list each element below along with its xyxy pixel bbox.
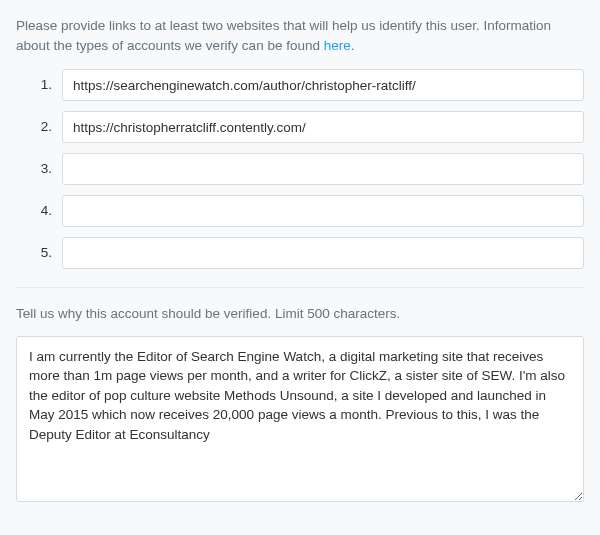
link-inputs-group: 1. 2. 3. 4. 5. — [16, 69, 584, 269]
link-row: 1. — [32, 69, 584, 101]
link-row: 5. — [32, 237, 584, 269]
instructions-before: Please provide links to at least two web… — [16, 18, 551, 53]
link-row-number: 5. — [32, 243, 52, 263]
link-row-number: 3. — [32, 159, 52, 179]
why-label: Tell us why this account should be verif… — [16, 304, 584, 324]
why-textarea[interactable] — [16, 336, 584, 502]
form-panel: Please provide links to at least two web… — [0, 0, 600, 535]
link-row-number: 4. — [32, 201, 52, 221]
link-row: 2. — [32, 111, 584, 143]
link-row: 4. — [32, 195, 584, 227]
link-input-4[interactable] — [62, 195, 584, 227]
link-row: 3. — [32, 153, 584, 185]
section-divider — [16, 287, 584, 288]
link-input-5[interactable] — [62, 237, 584, 269]
link-input-2[interactable] — [62, 111, 584, 143]
instructions-text: Please provide links to at least two web… — [16, 16, 584, 55]
link-input-3[interactable] — [62, 153, 584, 185]
link-input-1[interactable] — [62, 69, 584, 101]
link-row-number: 1. — [32, 75, 52, 95]
link-row-number: 2. — [32, 117, 52, 137]
instructions-after: . — [351, 38, 355, 53]
instructions-link[interactable]: here — [324, 38, 351, 53]
